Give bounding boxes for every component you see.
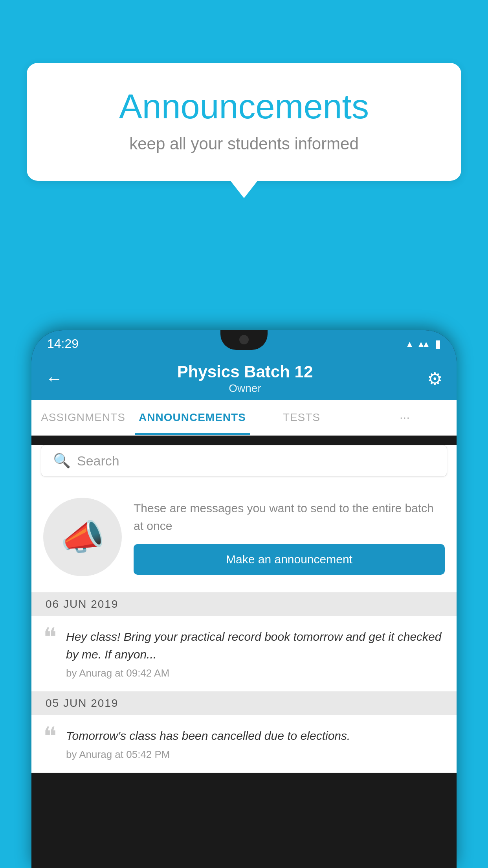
- date-header-2: 05 JUN 2019: [31, 691, 457, 715]
- status-icons: ▴ ▴▴ ▮: [407, 337, 441, 350]
- make-announcement-button[interactable]: Make an announcement: [134, 544, 445, 575]
- announcement-text-2: Tomorrow's class has been cancelled due …: [66, 727, 445, 745]
- tab-assignments[interactable]: ASSIGNMENTS: [31, 400, 135, 435]
- announcement-body-2: Tomorrow's class has been cancelled due …: [66, 727, 445, 761]
- status-time: 14:29: [47, 337, 79, 351]
- announcement-item-1: ❝ Hey class! Bring your practical record…: [31, 616, 457, 691]
- announcement-body-1: Hey class! Bring your practical record b…: [66, 628, 445, 679]
- header-center: Physics Batch 12 Owner: [177, 362, 313, 395]
- announcement-item-2: ❝ Tomorrow's class has been cancelled du…: [31, 715, 457, 773]
- quote-icon-2: ❝: [43, 724, 57, 749]
- bubble-tail: [230, 180, 258, 198]
- status-bar: 14:29 ▴ ▴▴ ▮: [31, 330, 457, 357]
- bubble-title: Announcements: [58, 86, 430, 127]
- camera-notch: [239, 335, 249, 344]
- speech-bubble-container: Announcements keep all your students inf…: [27, 63, 461, 198]
- megaphone-icon: 📣: [61, 517, 105, 558]
- signal-icon: ▴▴: [418, 338, 429, 350]
- announcement-text-1: Hey class! Bring your practical record b…: [66, 628, 445, 663]
- header-subtitle: Owner: [177, 382, 313, 395]
- promo-section: 📣 These are messages you want to send to…: [31, 486, 457, 592]
- notch: [220, 330, 268, 350]
- promo-right: These are messages you want to send to t…: [134, 499, 445, 575]
- tabs-bar: ASSIGNMENTS ANNOUNCEMENTS TESTS ···: [31, 400, 457, 436]
- content-area: 🔍 Search 📣 These are messages you want t…: [31, 445, 457, 773]
- tab-announcements[interactable]: ANNOUNCEMENTS: [135, 400, 250, 435]
- app-header: ← Physics Batch 12 Owner ⚙: [31, 357, 457, 400]
- announcement-meta-1: by Anurag at 09:42 AM: [66, 667, 445, 679]
- back-button[interactable]: ←: [46, 369, 63, 388]
- search-bar[interactable]: 🔍 Search: [41, 445, 447, 476]
- header-title: Physics Batch 12: [177, 362, 313, 381]
- bubble-subtitle: keep all your students informed: [58, 134, 430, 153]
- date-header-1: 06 JUN 2019: [31, 592, 457, 616]
- settings-icon[interactable]: ⚙: [427, 369, 442, 389]
- quote-icon-1: ❝: [43, 625, 57, 650]
- promo-icon-circle: 📣: [43, 498, 122, 576]
- search-icon: 🔍: [53, 452, 71, 469]
- tab-more[interactable]: ···: [353, 400, 457, 435]
- announcement-meta-2: by Anurag at 05:42 PM: [66, 748, 445, 761]
- battery-icon: ▮: [435, 337, 441, 350]
- wifi-icon: ▴: [407, 338, 412, 350]
- tab-tests[interactable]: TESTS: [250, 400, 353, 435]
- search-placeholder-text: Search: [77, 453, 119, 469]
- speech-bubble: Announcements keep all your students inf…: [27, 63, 461, 181]
- promo-description: These are messages you want to send to t…: [134, 499, 445, 535]
- phone-mockup: 14:29 ▴ ▴▴ ▮ ← Physics Batch 12 Owner ⚙ …: [31, 330, 457, 868]
